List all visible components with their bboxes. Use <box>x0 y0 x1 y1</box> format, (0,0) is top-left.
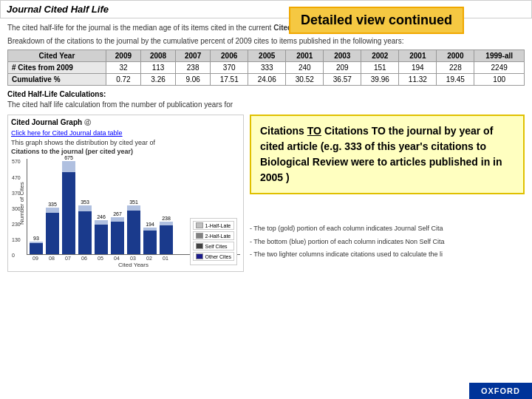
table-cell: 9.06 <box>176 74 211 86</box>
legend-item: Self Cites <box>193 242 234 250</box>
table-header-cell: 2001 <box>399 50 437 62</box>
table-header-cell: 2001 <box>286 50 324 62</box>
x-label: 01 <box>158 256 173 261</box>
table-cell: 3.26 <box>140 74 175 86</box>
bar-stack <box>94 220 109 254</box>
bar-segment-self <box>62 161 75 172</box>
content-area: The cited half-life for the journal is t… <box>0 18 532 276</box>
lower-content: Cited Journal Graph ⓓ Click here for Cit… <box>7 115 525 272</box>
x-label: 04 <box>109 256 124 261</box>
bar-group: 267 <box>110 211 125 254</box>
bar-value-label: 353 <box>81 200 89 205</box>
bar-segment-self <box>78 205 92 211</box>
x-label: 05 <box>93 256 108 261</box>
bar-group: 238 <box>159 216 174 254</box>
bar-segment-nonself <box>127 211 140 254</box>
legend-label: Self Cites <box>205 244 228 249</box>
table-cell: 17.51 <box>211 74 248 86</box>
main-container: Journal Cited Half Life Detailed view co… <box>0 0 532 399</box>
bar-stack <box>61 161 76 254</box>
table-cell: 209 <box>324 62 361 74</box>
chart-legend: 1-Half-Late2-Half-LateSelf CitesOther Ci… <box>190 218 237 265</box>
bar-value-label: 675 <box>64 155 73 160</box>
table-cell: 194 <box>399 62 437 74</box>
legend-color-swatch <box>196 222 203 228</box>
legend-color-swatch <box>196 253 203 259</box>
bar-value-label: 194 <box>146 222 154 227</box>
right-notes: - The top (gold) portion of each column … <box>250 224 525 260</box>
table-header-cell: 2007 <box>176 50 211 62</box>
bar-segment-nonself <box>111 222 124 254</box>
bar-segment-nonself <box>78 211 92 254</box>
table-cell: 238 <box>176 62 211 74</box>
legend-label: 1-Half-Late <box>205 223 231 228</box>
bar-value-label: 335 <box>48 202 57 207</box>
table-cell: 32 <box>106 62 140 74</box>
legend-item: Other Cites <box>193 252 234 261</box>
bar-stack <box>45 208 60 254</box>
table-header-cell: Cited Year <box>8 50 106 62</box>
table-cell: 240 <box>286 62 324 74</box>
legend-label: Other Cites <box>205 254 231 259</box>
table-cell: 24.06 <box>248 74 286 86</box>
half-life-title: Cited Half-Life Calculations: <box>7 90 525 98</box>
table-cell: 370 <box>211 62 248 74</box>
footer-oxford: OXFORD <box>469 383 532 399</box>
bar-group: 675 <box>61 155 76 254</box>
bar-group: 246 <box>94 214 109 254</box>
table-header-cell: 2003 <box>324 50 361 62</box>
table-cell: 30.52 <box>286 74 324 86</box>
legend-item: 2-Half-Late <box>193 231 234 240</box>
x-label: 02 <box>142 256 157 261</box>
bar-segment-nonself <box>95 225 108 254</box>
bar-group: 335 <box>45 202 60 254</box>
table-cell: 100 <box>474 74 525 86</box>
table-cell: 228 <box>437 62 474 74</box>
bar-value-label: 351 <box>129 200 138 205</box>
bar-group: 351 <box>126 200 141 254</box>
table-cell: 333 <box>248 62 286 74</box>
table-cell: 36.57 <box>324 74 361 86</box>
half-life-desc: The cited half life calculation from the… <box>7 100 525 110</box>
bar-segment-nonself <box>62 172 75 254</box>
bar-stack <box>29 242 44 254</box>
graph-data-link[interactable]: Click here for Cited Journal data table <box>11 129 240 137</box>
table-row: Cumulative %0.723.269.0617.5124.0630.523… <box>8 74 525 86</box>
bar-stack <box>143 228 157 254</box>
bar-segment-nonself <box>143 231 157 254</box>
bar-segment-nonself <box>46 213 59 254</box>
citations-table: Cited Year200920082007200620052001200320… <box>7 50 525 86</box>
header-banner: Journal Cited Half Life Detailed view co… <box>0 0 532 18</box>
bar-group: 93 <box>29 236 44 254</box>
right-panel: Citations TO Citations TO the journal by… <box>250 115 525 272</box>
bar-value-label: 246 <box>97 214 106 219</box>
x-label: 03 <box>126 256 140 261</box>
half-life-section: Cited Half-Life Calculations: The cited … <box>7 90 525 110</box>
bar-stack <box>78 205 92 254</box>
header-title: Journal Cited Half Life <box>7 4 109 15</box>
detail-banner: Detailed view continued <box>289 7 464 34</box>
chart-wrapper: Number of Cites 570 470 370 300 230 130 <box>18 159 240 268</box>
table-header-cell: 2000 <box>437 50 474 62</box>
bar-value-label: 267 <box>113 211 122 216</box>
table-row: # Cites from 200932113238370333240209151… <box>8 62 525 74</box>
bar-group: 194 <box>143 222 157 254</box>
table-header-cell: 2009 <box>106 50 140 62</box>
table-header-cell: 2006 <box>211 50 248 62</box>
x-label: 08 <box>44 256 59 261</box>
x-label: 06 <box>77 256 92 261</box>
graph-title: Cited Journal Graph ⓓ <box>11 118 240 128</box>
table-cell: 113 <box>140 62 175 74</box>
table-header-cell: 2008 <box>140 50 175 62</box>
bar-stack <box>159 222 174 254</box>
table-cell: 19.45 <box>437 74 474 86</box>
table-header-cell: 2002 <box>361 50 399 62</box>
graph-panel: Cited Journal Graph ⓓ Click here for Cit… <box>7 115 244 272</box>
bar-segment-nonself <box>30 243 43 254</box>
bar-segment-nonself <box>160 225 173 254</box>
bar-stack <box>126 205 141 254</box>
table-row-label: # Cites from 2009 <box>8 62 106 74</box>
table-cell: 11.32 <box>399 74 437 86</box>
bar-value-label: 93 <box>33 236 39 241</box>
table-cell: 151 <box>361 62 399 74</box>
